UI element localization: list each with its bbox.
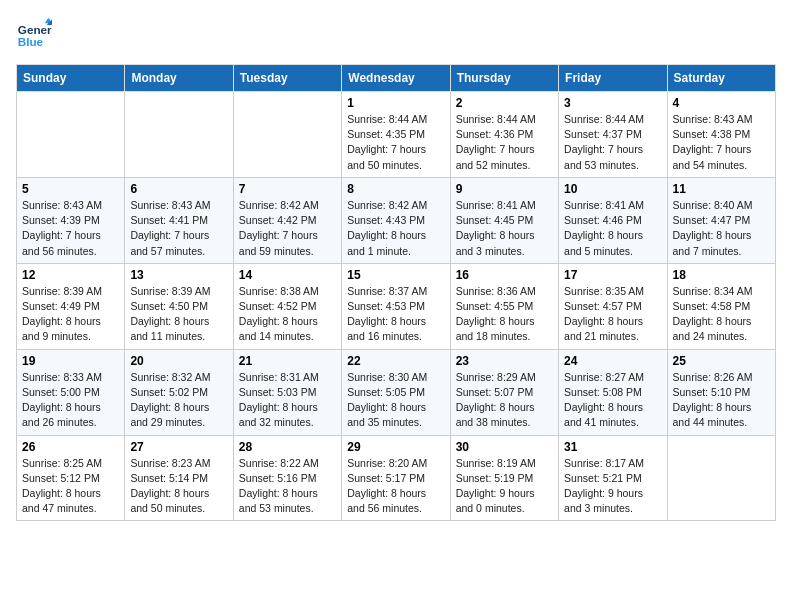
day-info: Sunrise: 8:42 AM Sunset: 4:42 PM Dayligh… bbox=[239, 198, 336, 259]
header-wednesday: Wednesday bbox=[342, 65, 450, 92]
day-number: 22 bbox=[347, 354, 444, 368]
day-cell: 30Sunrise: 8:19 AM Sunset: 5:19 PM Dayli… bbox=[450, 435, 558, 521]
day-info: Sunrise: 8:33 AM Sunset: 5:00 PM Dayligh… bbox=[22, 370, 119, 431]
day-number: 31 bbox=[564, 440, 661, 454]
day-info: Sunrise: 8:23 AM Sunset: 5:14 PM Dayligh… bbox=[130, 456, 227, 517]
header-row: SundayMondayTuesdayWednesdayThursdayFrid… bbox=[17, 65, 776, 92]
day-number: 8 bbox=[347, 182, 444, 196]
day-cell: 24Sunrise: 8:27 AM Sunset: 5:08 PM Dayli… bbox=[559, 349, 667, 435]
day-cell: 28Sunrise: 8:22 AM Sunset: 5:16 PM Dayli… bbox=[233, 435, 341, 521]
day-info: Sunrise: 8:35 AM Sunset: 4:57 PM Dayligh… bbox=[564, 284, 661, 345]
day-info: Sunrise: 8:37 AM Sunset: 4:53 PM Dayligh… bbox=[347, 284, 444, 345]
day-info: Sunrise: 8:41 AM Sunset: 4:46 PM Dayligh… bbox=[564, 198, 661, 259]
day-number: 11 bbox=[673, 182, 770, 196]
svg-text:Blue: Blue bbox=[18, 35, 44, 48]
day-info: Sunrise: 8:22 AM Sunset: 5:16 PM Dayligh… bbox=[239, 456, 336, 517]
header-monday: Monday bbox=[125, 65, 233, 92]
day-number: 1 bbox=[347, 96, 444, 110]
day-cell: 7Sunrise: 8:42 AM Sunset: 4:42 PM Daylig… bbox=[233, 177, 341, 263]
day-number: 25 bbox=[673, 354, 770, 368]
header-saturday: Saturday bbox=[667, 65, 775, 92]
day-cell: 18Sunrise: 8:34 AM Sunset: 4:58 PM Dayli… bbox=[667, 263, 775, 349]
day-number: 27 bbox=[130, 440, 227, 454]
day-number: 3 bbox=[564, 96, 661, 110]
day-info: Sunrise: 8:44 AM Sunset: 4:36 PM Dayligh… bbox=[456, 112, 553, 173]
day-number: 2 bbox=[456, 96, 553, 110]
day-info: Sunrise: 8:43 AM Sunset: 4:38 PM Dayligh… bbox=[673, 112, 770, 173]
day-cell: 9Sunrise: 8:41 AM Sunset: 4:45 PM Daylig… bbox=[450, 177, 558, 263]
day-cell: 6Sunrise: 8:43 AM Sunset: 4:41 PM Daylig… bbox=[125, 177, 233, 263]
day-info: Sunrise: 8:39 AM Sunset: 4:50 PM Dayligh… bbox=[130, 284, 227, 345]
week-row-4: 19Sunrise: 8:33 AM Sunset: 5:00 PM Dayli… bbox=[17, 349, 776, 435]
day-cell bbox=[125, 92, 233, 178]
day-cell: 16Sunrise: 8:36 AM Sunset: 4:55 PM Dayli… bbox=[450, 263, 558, 349]
day-number: 26 bbox=[22, 440, 119, 454]
day-info: Sunrise: 8:25 AM Sunset: 5:12 PM Dayligh… bbox=[22, 456, 119, 517]
logo: General Blue bbox=[16, 16, 56, 52]
day-info: Sunrise: 8:41 AM Sunset: 4:45 PM Dayligh… bbox=[456, 198, 553, 259]
day-number: 18 bbox=[673, 268, 770, 282]
header-tuesday: Tuesday bbox=[233, 65, 341, 92]
day-cell: 15Sunrise: 8:37 AM Sunset: 4:53 PM Dayli… bbox=[342, 263, 450, 349]
day-cell bbox=[17, 92, 125, 178]
day-info: Sunrise: 8:34 AM Sunset: 4:58 PM Dayligh… bbox=[673, 284, 770, 345]
day-cell: 12Sunrise: 8:39 AM Sunset: 4:49 PM Dayli… bbox=[17, 263, 125, 349]
day-cell: 14Sunrise: 8:38 AM Sunset: 4:52 PM Dayli… bbox=[233, 263, 341, 349]
day-cell bbox=[667, 435, 775, 521]
week-row-1: 1Sunrise: 8:44 AM Sunset: 4:35 PM Daylig… bbox=[17, 92, 776, 178]
day-info: Sunrise: 8:36 AM Sunset: 4:55 PM Dayligh… bbox=[456, 284, 553, 345]
page-header: General Blue bbox=[16, 16, 776, 52]
day-number: 17 bbox=[564, 268, 661, 282]
day-cell: 22Sunrise: 8:30 AM Sunset: 5:05 PM Dayli… bbox=[342, 349, 450, 435]
day-number: 30 bbox=[456, 440, 553, 454]
day-number: 4 bbox=[673, 96, 770, 110]
day-number: 16 bbox=[456, 268, 553, 282]
day-cell: 26Sunrise: 8:25 AM Sunset: 5:12 PM Dayli… bbox=[17, 435, 125, 521]
day-number: 29 bbox=[347, 440, 444, 454]
day-cell: 2Sunrise: 8:44 AM Sunset: 4:36 PM Daylig… bbox=[450, 92, 558, 178]
day-info: Sunrise: 8:29 AM Sunset: 5:07 PM Dayligh… bbox=[456, 370, 553, 431]
day-cell: 5Sunrise: 8:43 AM Sunset: 4:39 PM Daylig… bbox=[17, 177, 125, 263]
day-cell: 20Sunrise: 8:32 AM Sunset: 5:02 PM Dayli… bbox=[125, 349, 233, 435]
day-number: 13 bbox=[130, 268, 227, 282]
day-number: 14 bbox=[239, 268, 336, 282]
day-info: Sunrise: 8:19 AM Sunset: 5:19 PM Dayligh… bbox=[456, 456, 553, 517]
day-info: Sunrise: 8:26 AM Sunset: 5:10 PM Dayligh… bbox=[673, 370, 770, 431]
header-thursday: Thursday bbox=[450, 65, 558, 92]
day-cell: 19Sunrise: 8:33 AM Sunset: 5:00 PM Dayli… bbox=[17, 349, 125, 435]
day-number: 9 bbox=[456, 182, 553, 196]
header-friday: Friday bbox=[559, 65, 667, 92]
week-row-2: 5Sunrise: 8:43 AM Sunset: 4:39 PM Daylig… bbox=[17, 177, 776, 263]
day-cell: 29Sunrise: 8:20 AM Sunset: 5:17 PM Dayli… bbox=[342, 435, 450, 521]
day-cell: 31Sunrise: 8:17 AM Sunset: 5:21 PM Dayli… bbox=[559, 435, 667, 521]
day-info: Sunrise: 8:43 AM Sunset: 4:41 PM Dayligh… bbox=[130, 198, 227, 259]
day-number: 12 bbox=[22, 268, 119, 282]
day-info: Sunrise: 8:32 AM Sunset: 5:02 PM Dayligh… bbox=[130, 370, 227, 431]
day-number: 24 bbox=[564, 354, 661, 368]
day-info: Sunrise: 8:27 AM Sunset: 5:08 PM Dayligh… bbox=[564, 370, 661, 431]
day-cell: 27Sunrise: 8:23 AM Sunset: 5:14 PM Dayli… bbox=[125, 435, 233, 521]
calendar-table: SundayMondayTuesdayWednesdayThursdayFrid… bbox=[16, 64, 776, 521]
day-info: Sunrise: 8:38 AM Sunset: 4:52 PM Dayligh… bbox=[239, 284, 336, 345]
day-cell: 1Sunrise: 8:44 AM Sunset: 4:35 PM Daylig… bbox=[342, 92, 450, 178]
week-row-5: 26Sunrise: 8:25 AM Sunset: 5:12 PM Dayli… bbox=[17, 435, 776, 521]
day-info: Sunrise: 8:31 AM Sunset: 5:03 PM Dayligh… bbox=[239, 370, 336, 431]
day-number: 20 bbox=[130, 354, 227, 368]
day-cell: 17Sunrise: 8:35 AM Sunset: 4:57 PM Dayli… bbox=[559, 263, 667, 349]
day-number: 5 bbox=[22, 182, 119, 196]
day-number: 10 bbox=[564, 182, 661, 196]
day-number: 28 bbox=[239, 440, 336, 454]
day-cell: 11Sunrise: 8:40 AM Sunset: 4:47 PM Dayli… bbox=[667, 177, 775, 263]
day-cell: 10Sunrise: 8:41 AM Sunset: 4:46 PM Dayli… bbox=[559, 177, 667, 263]
day-info: Sunrise: 8:44 AM Sunset: 4:35 PM Dayligh… bbox=[347, 112, 444, 173]
day-info: Sunrise: 8:20 AM Sunset: 5:17 PM Dayligh… bbox=[347, 456, 444, 517]
day-cell: 13Sunrise: 8:39 AM Sunset: 4:50 PM Dayli… bbox=[125, 263, 233, 349]
day-cell: 4Sunrise: 8:43 AM Sunset: 4:38 PM Daylig… bbox=[667, 92, 775, 178]
day-number: 7 bbox=[239, 182, 336, 196]
day-number: 19 bbox=[22, 354, 119, 368]
day-info: Sunrise: 8:40 AM Sunset: 4:47 PM Dayligh… bbox=[673, 198, 770, 259]
day-info: Sunrise: 8:39 AM Sunset: 4:49 PM Dayligh… bbox=[22, 284, 119, 345]
day-cell: 23Sunrise: 8:29 AM Sunset: 5:07 PM Dayli… bbox=[450, 349, 558, 435]
week-row-3: 12Sunrise: 8:39 AM Sunset: 4:49 PM Dayli… bbox=[17, 263, 776, 349]
day-cell: 25Sunrise: 8:26 AM Sunset: 5:10 PM Dayli… bbox=[667, 349, 775, 435]
